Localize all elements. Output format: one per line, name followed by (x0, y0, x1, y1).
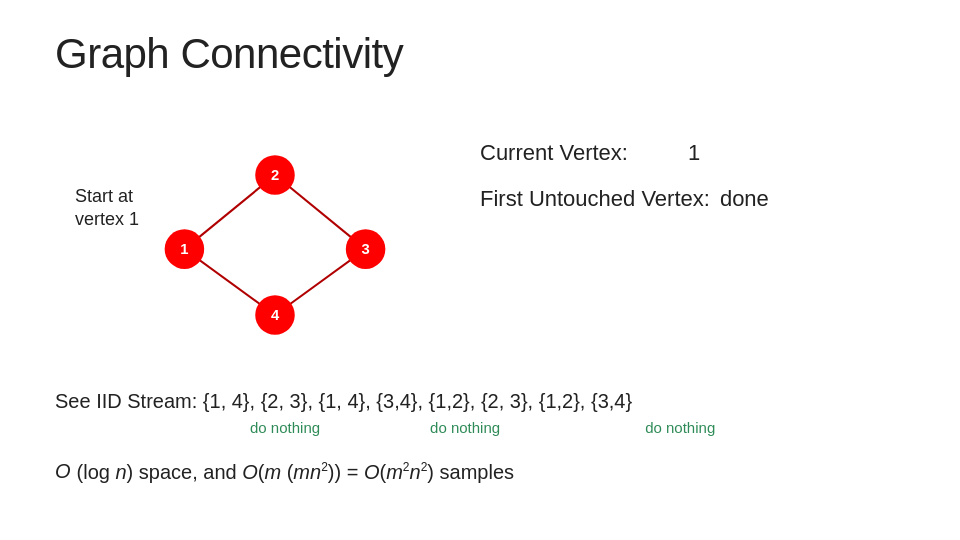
node-4-label: 4 (271, 307, 280, 323)
node-1-label: 1 (180, 241, 188, 257)
current-vertex-row: Current Vertex: 1 (480, 140, 930, 166)
node-3-label: 3 (361, 241, 369, 257)
node-2-label: 2 (271, 167, 279, 183)
complexity-log-n: (log n) space, and O(m (mn2)) = O(m2n2) … (77, 460, 515, 484)
info-panel: Current Vertex: 1 First Untouched Vertex… (480, 140, 930, 212)
annotation-2: do nothing (430, 419, 500, 436)
stream-annotations: do nothing do nothing do nothing (55, 419, 935, 436)
complexity-section: O(log n) space, and O(m (mn2)) = O(m2n2)… (55, 460, 935, 484)
complexity-o-log: O (55, 460, 71, 483)
page-title: Graph Connectivity (55, 30, 403, 78)
first-untouched-row: First Untouched Vertex: done (480, 186, 930, 212)
first-untouched-label: First Untouched Vertex: (480, 186, 710, 212)
current-vertex-value: 1 (688, 140, 700, 166)
current-vertex-label: Current Vertex: (480, 140, 628, 166)
start-label: Start at vertex 1 (75, 185, 139, 232)
first-untouched-value: done (720, 186, 769, 212)
stream-section: See IID Stream: {1, 4}, {2, 3}, {1, 4}, … (55, 390, 935, 436)
graph-container: Start at vertex 1 1 2 3 4 (55, 120, 475, 380)
stream-text: See IID Stream: {1, 4}, {2, 3}, {1, 4}, … (55, 390, 935, 413)
annotation-3: do nothing (645, 419, 715, 436)
annotation-1: do nothing (250, 419, 320, 436)
graph-svg: 1 2 3 4 (135, 120, 415, 370)
complexity-text: O(log n) space, and O(m (mn2)) = O(m2n2)… (55, 460, 935, 484)
